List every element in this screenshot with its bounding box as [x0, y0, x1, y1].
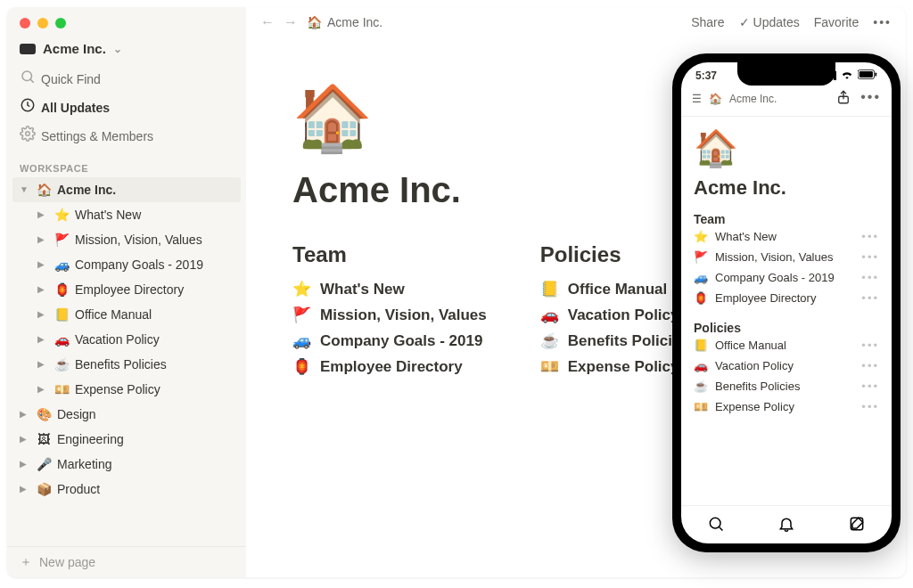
mobile-page-link[interactable]: 🚩Mission, Vision, Values•••: [694, 247, 879, 267]
toggle-closed-icon[interactable]: ▶: [37, 304, 48, 325]
row-more-icon[interactable]: •••: [861, 339, 879, 352]
page-link[interactable]: 🚗Vacation Policy: [540, 302, 689, 328]
updates-button[interactable]: ✓Updates: [739, 15, 800, 29]
row-more-icon[interactable]: •••: [861, 250, 879, 264]
tree-sibling[interactable]: ▶📦Product: [12, 477, 241, 502]
svg-point-8: [711, 518, 721, 528]
new-page-button[interactable]: ＋ New page: [7, 546, 246, 577]
share-button[interactable]: Share: [691, 15, 724, 29]
mobile-page-emoji[interactable]: 🏠: [694, 127, 879, 169]
tree-child[interactable]: ▶☕️Benefits Policies: [12, 352, 241, 377]
tree-root-acme[interactable]: ▼ 🏠 Acme Inc.: [12, 177, 241, 202]
tree-child[interactable]: ▶⭐️What's New: [12, 202, 241, 227]
minimize-window-icon[interactable]: [37, 18, 48, 29]
toggle-closed-icon[interactable]: ▶: [37, 204, 48, 225]
mobile-topbar: ☰ 🏠 Acme Inc. •••: [681, 84, 892, 117]
link-label: Expense Policy: [568, 358, 679, 376]
toggle-closed-icon[interactable]: ▶: [37, 379, 48, 400]
page-link[interactable]: ☕️Benefits Policies: [540, 328, 689, 354]
topbar: ← → 🏠 Acme Inc. Share ✓Updates Favorite …: [246, 7, 906, 37]
toggle-closed-icon[interactable]: ▶: [20, 478, 30, 500]
tree-sibling-label: Engineering: [57, 429, 124, 450]
row-more-icon[interactable]: •••: [861, 400, 879, 413]
page-link[interactable]: 🏮Employee Directory: [292, 354, 487, 380]
breadcrumb-emoji: 🏠: [307, 15, 322, 29]
toggle-closed-icon[interactable]: ▶: [37, 354, 48, 375]
tree-child[interactable]: ▶🚗Vacation Policy: [12, 327, 241, 352]
breadcrumb[interactable]: 🏠 Acme Inc.: [307, 15, 382, 29]
page-link[interactable]: 💴Expense Policy: [540, 354, 689, 380]
breadcrumb-label: Acme Inc.: [327, 15, 382, 29]
mobile-page-link[interactable]: ☕️Benefits Policies•••: [694, 376, 879, 396]
link-label: Benefits Policies: [715, 380, 800, 393]
mobile-clock: 5:37: [695, 69, 717, 82]
tree-sibling[interactable]: ▶🎤Marketing: [12, 452, 241, 477]
toggle-closed-icon[interactable]: ▶: [37, 254, 48, 275]
toggle-closed-icon[interactable]: ▶: [20, 404, 30, 425]
mobile-page-link[interactable]: 🚙Company Goals - 2019•••: [694, 267, 879, 288]
page-link[interactable]: 🚩Mission, Vision, Values: [292, 302, 487, 328]
mobile-page-link[interactable]: 🚗Vacation Policy•••: [694, 355, 879, 376]
tree-child[interactable]: ▶🚙Company Goals - 2019: [12, 252, 241, 277]
more-button[interactable]: •••: [873, 15, 892, 29]
mobile-notifications-icon[interactable]: [777, 515, 795, 536]
forward-button[interactable]: →: [284, 14, 298, 30]
page-link[interactable]: 🚙Company Goals - 2019: [292, 328, 487, 354]
row-more-icon[interactable]: •••: [861, 230, 879, 243]
mobile-page-link[interactable]: 📒Office Manual•••: [694, 335, 879, 355]
mobile-page-link[interactable]: 💴Expense Policy•••: [694, 396, 879, 417]
mobile-breadcrumb-emoji: 🏠: [709, 93, 722, 105]
link-label: Company Goals - 2019: [715, 271, 835, 284]
close-window-icon[interactable]: [20, 18, 30, 29]
tree-child[interactable]: ▶🏮Employee Directory: [12, 277, 241, 302]
link-emoji-icon: 💴: [694, 400, 708, 413]
toggle-open-icon[interactable]: ▼: [20, 179, 30, 200]
section-heading: Team: [292, 242, 487, 267]
mobile-more-icon[interactable]: •••: [860, 89, 881, 109]
mobile-screen: 5:37 ☰ 🏠 Acme Inc. •••: [681, 62, 892, 543]
tree-sibling[interactable]: ▶🖼Engineering: [12, 427, 241, 452]
tree-child[interactable]: ▶🚩Mission, Vision, Values: [12, 227, 241, 252]
tree-sibling[interactable]: ▶🎨Design: [12, 402, 241, 427]
page-emoji-icon: 🚙: [53, 254, 70, 275]
mobile-search-icon[interactable]: [707, 515, 725, 536]
page-emoji-icon: 🏮: [53, 279, 70, 300]
toggle-closed-icon[interactable]: ▶: [20, 453, 30, 475]
row-more-icon[interactable]: •••: [861, 359, 879, 372]
all-updates[interactable]: All Updates: [7, 94, 246, 122]
workspace-switcher[interactable]: Acme Inc. ⌄: [7, 36, 246, 65]
link-emoji-icon: 🏮: [292, 357, 311, 376]
house-icon: 🏠: [36, 179, 52, 200]
toggle-closed-icon[interactable]: ▶: [37, 229, 48, 250]
share-icon[interactable]: [835, 89, 851, 109]
toggle-closed-icon[interactable]: ▶: [20, 429, 30, 450]
link-label: Office Manual: [715, 339, 786, 352]
link-label: Mission, Vision, Values: [715, 250, 833, 264]
toggle-closed-icon[interactable]: ▶: [37, 329, 48, 350]
hamburger-icon[interactable]: ☰: [692, 93, 702, 105]
link-emoji-icon: ☕️: [540, 331, 559, 350]
sidebar: Acme Inc. ⌄ Quick Find All Updates Setti…: [7, 7, 246, 577]
mobile-page-title[interactable]: Acme Inc.: [694, 176, 879, 200]
row-more-icon[interactable]: •••: [861, 271, 879, 284]
page-link[interactable]: ⭐️What's New: [292, 276, 487, 302]
tree-child[interactable]: ▶📒Office Manual: [12, 302, 241, 327]
quick-find[interactable]: Quick Find: [7, 65, 246, 94]
page-emoji-icon: 🖼: [36, 429, 52, 450]
mobile-page-link[interactable]: ⭐️What's New•••: [694, 226, 879, 247]
settings-members[interactable]: Settings & Members: [7, 122, 246, 151]
toggle-closed-icon[interactable]: ▶: [37, 279, 48, 300]
mobile-compose-icon[interactable]: [848, 515, 866, 536]
maximize-window-icon[interactable]: [55, 18, 66, 29]
mobile-device-frame: 5:37 ☰ 🏠 Acme Inc. •••: [672, 53, 901, 552]
link-emoji-icon: ☕️: [694, 380, 708, 393]
back-button[interactable]: ←: [260, 14, 275, 30]
link-emoji-icon: 🚗: [694, 359, 708, 372]
tree-child[interactable]: ▶💴Expense Policy: [12, 377, 241, 402]
favorite-button[interactable]: Favorite: [814, 15, 860, 29]
mobile-breadcrumb[interactable]: Acme Inc.: [729, 93, 777, 105]
page-link[interactable]: 📒Office Manual: [540, 276, 689, 302]
mobile-page-link[interactable]: 🏮Employee Directory•••: [694, 288, 879, 308]
row-more-icon[interactable]: •••: [861, 380, 879, 393]
row-more-icon[interactable]: •••: [861, 291, 879, 305]
